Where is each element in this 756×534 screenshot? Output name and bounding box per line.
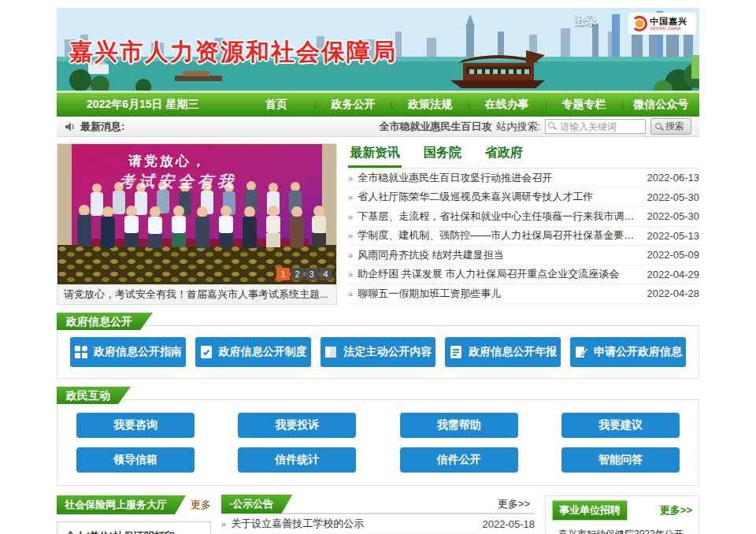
letter-statistics-button[interactable]: 信件统计 <box>238 447 356 473</box>
book-icon <box>324 345 338 359</box>
site-title: 嘉兴市人力资源和社会保障局 <box>69 36 397 69</box>
login-button[interactable]: 登录 <box>575 14 597 28</box>
jiaxing-logo[interactable]: 中国嘉兴 JIAXING CHINA <box>628 13 696 35</box>
news-item[interactable]: »学制度、建机制、强防控——市人力社保局召开社保基金要情专题学习会2022-05… <box>348 227 699 247</box>
double-arrow-icon: » <box>348 269 353 279</box>
carousel-page-2[interactable]: 2 <box>291 268 304 280</box>
search-button[interactable]: 搜索 <box>650 118 691 135</box>
carousel-caption[interactable]: 请党放心，考试安全有我！首届嘉兴市人事考试系统主题... <box>57 284 336 304</box>
disclosure-system-button[interactable]: 政府信息公开制度 <box>195 337 311 367</box>
nav-item-home[interactable]: 首页 <box>238 98 315 112</box>
carousel-slide-photo: 请党放心， 考试安全有我 1 2 3 4 <box>57 144 336 284</box>
smart-qa-button[interactable]: 智能问答 <box>561 447 680 473</box>
slide-banner-subtext: 考试安全有我 <box>119 171 237 192</box>
double-arrow-icon: » <box>348 250 353 260</box>
slide-banner-text: 请党放心， <box>128 152 207 170</box>
carousel-pagination: 1 2 3 4 <box>276 268 332 280</box>
complaint-button[interactable]: 我要投诉 <box>238 413 356 438</box>
social-security-panel: 社会保险网上服务大厅 更多 个人(单位)社保证明打印 办事指南 <box>57 495 211 534</box>
main-navigation: 2022年6月15日 星期三 首页 政务公开 政策法规 在线办事 专题专栏 微信… <box>57 93 699 117</box>
nav-item-policies[interactable]: 政策法规 <box>391 98 469 112</box>
double-arrow-icon: » <box>348 192 353 202</box>
double-arrow-icon: » <box>348 231 353 240</box>
recruitment-list: ·嘉兴市妇幼保健院2022年公开... ·2022年嘉兴市属事业单位公开... … <box>552 524 692 534</box>
page-wrapper: 嘉兴市人力资源和社会保障局 登录 中国嘉兴 JIAXING CHINA 2022… <box>57 0 699 534</box>
carousel-page-3[interactable]: 3 <box>305 268 318 280</box>
leader-mailbox-button[interactable]: 领导信箱 <box>76 447 195 473</box>
consult-button[interactable]: 我要咨询 <box>76 413 195 438</box>
interaction-section: 政民互动 我要咨询 我要投诉 我需帮助 我要建议 领导信箱 信件统计 信件公开 … <box>57 387 699 486</box>
double-arrow-icon: » <box>348 212 353 221</box>
logo-text-en: JIAXING CHINA <box>650 26 684 30</box>
apply-icon <box>574 345 588 359</box>
interaction-header: 政民互动 <box>57 387 131 404</box>
announcements-list: »关于设立嘉善技工学校的公示2022-05-18 »关于公布嘉兴市人力资源和社会… <box>221 514 535 534</box>
site-banner: 嘉兴市人力资源和社会保障局 登录 中国嘉兴 JIAXING CHINA <box>57 8 699 93</box>
search-icon <box>548 122 554 128</box>
news-item[interactable]: »聊聊五一假期加班工资那些事儿2022-04-28 <box>348 284 699 304</box>
speaker-icon <box>65 121 76 132</box>
social-security-cert-print-item[interactable]: 个人(单位)社保证明打印 <box>57 521 211 534</box>
info-disclosure-section: 政府信息公开 政府信息公开指南 政府信息公开制度 法定主动公开内容 政府信息公开… <box>57 313 699 379</box>
nav-item-wechat[interactable]: 微信公众号 <box>622 98 699 112</box>
annual-report-button[interactable]: 政府信息公开年报 <box>445 337 561 367</box>
nav-item-gov-affairs[interactable]: 政务公开 <box>315 98 392 112</box>
tab-state-council[interactable]: 国务院 <box>422 143 463 168</box>
ticker-label: 最新消息: <box>80 120 124 134</box>
carousel-page-4[interactable]: 4 <box>319 268 332 280</box>
announcement-item[interactable]: »关于设立嘉善技工学校的公示2022-05-18 <box>221 514 535 534</box>
carousel-page-1[interactable]: 1 <box>276 268 290 280</box>
announcements-more-link[interactable]: 更多>> <box>498 497 535 511</box>
recruitment-item[interactable]: ·嘉兴市妇幼保健院2022年公开... <box>552 524 692 534</box>
hot-topic-link[interactable]: 全市稳就业惠民生百日攻 <box>379 120 491 134</box>
search-button-icon <box>655 123 662 129</box>
news-item[interactable]: »风雨同舟齐抗疫 结对共建显担当2022-05-09 <box>348 246 699 265</box>
photo-carousel[interactable]: 请党放心， 考试安全有我 1 2 3 4 请党放心，考试安全有我！首届嘉兴市人事… <box>57 143 337 305</box>
news-item[interactable]: »省人社厅陈荣华二级巡视员来嘉兴调研专技人才工作2022-05-30 <box>348 188 699 208</box>
disclosure-guide-button[interactable]: 政府信息公开指南 <box>70 337 186 367</box>
social-security-header: 社会保险网上服务大厅 <box>57 495 186 514</box>
need-help-button[interactable]: 我需帮助 <box>400 413 518 438</box>
statutory-disclosure-button[interactable]: 法定主动公开内容 <box>321 337 436 367</box>
news-ticker-bar: 最新消息: 全市稳就业惠民生百日攻 站内搜索: 搜索 <box>57 117 699 137</box>
site-search-label: 站内搜索: <box>496 120 540 134</box>
double-arrow-icon: » <box>348 173 353 183</box>
bullet-icon: · <box>552 529 555 534</box>
news-item[interactable]: »助企纾困 共谋发展 市人力社保局召开重点企业交流座谈会2022-04-29 <box>348 265 699 285</box>
apply-disclosure-button[interactable]: 申请公开政府信息 <box>570 337 686 367</box>
announcements-header: ·公示公告 <box>221 495 292 514</box>
news-item[interactable]: »全市稳就业惠民生百日攻坚行动推进会召开2022-06-13 <box>348 169 699 188</box>
grid-icon <box>74 345 88 359</box>
report-icon <box>449 345 463 359</box>
suggestion-button[interactable]: 我要建议 <box>561 413 680 438</box>
jiaxing-logo-icon <box>632 16 647 32</box>
nav-item-special-topics[interactable]: 专题专栏 <box>546 98 623 112</box>
info-disclosure-header: 政府信息公开 <box>57 313 153 330</box>
news-list: »全市稳就业惠民生百日攻坚行动推进会召开2022-06-13 »省人社厅陈荣华二… <box>348 169 699 304</box>
recruitment-header: 事业单位招聘 <box>552 500 628 521</box>
current-date: 2022年6月15日 星期三 <box>57 98 238 112</box>
letter-disclosure-button[interactable]: 信件公开 <box>400 447 518 473</box>
nav-item-online-services[interactable]: 在线办事 <box>469 98 546 112</box>
announcements-panel: ·公示公告 更多>> »关于设立嘉善技工学校的公示2022-05-18 »关于公… <box>221 495 535 534</box>
news-item[interactable]: »下基层、走流程，省社保和就业中心主任项薇一行来我市调研“国统”上线情况2022… <box>348 207 699 227</box>
doc-check-icon <box>199 345 213 359</box>
double-arrow-icon: » <box>221 519 226 528</box>
news-panel: 最新资讯 国务院 省政府 »全市稳就业惠民生百日攻坚行动推进会召开2022-06… <box>348 143 699 305</box>
tab-latest-news[interactable]: 最新资讯 <box>348 143 402 168</box>
double-arrow-icon: » <box>348 289 353 299</box>
logo-text-cn: 中国嘉兴 <box>650 17 687 26</box>
recruitment-more-link[interactable]: 更多>> <box>660 503 692 517</box>
recruitment-panel: 事业单位招聘 更多>> ·嘉兴市妇幼保健院2022年公开... ·2022年嘉兴… <box>545 495 699 534</box>
social-security-more-link[interactable]: 更多 <box>191 498 211 512</box>
search-input[interactable] <box>545 119 646 134</box>
tab-provincial-gov[interactable]: 省政府 <box>484 143 524 168</box>
news-tabs: 最新资讯 国务院 省政府 <box>348 143 699 169</box>
